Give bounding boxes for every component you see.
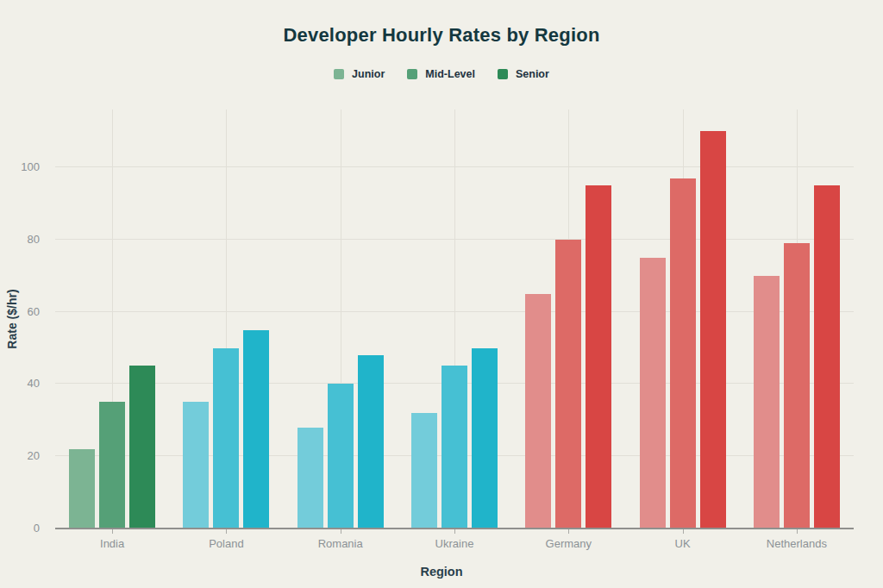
bar-junior-netherlands [754,276,780,529]
x-axis-title: Region [0,565,883,579]
bar-mid-level-germany [555,240,581,529]
bar-group-ukraine [398,348,511,529]
bar-junior-poland [183,402,209,529]
x-tick-label: UK [625,537,739,550]
plot-area [55,109,854,529]
bar-senior-romania [358,355,384,529]
bar-mid-level-india [99,402,125,529]
y-tick-label: 40 [0,376,40,391]
bar-mid-level-netherlands [784,243,810,529]
x-tick-label: Ukraine [398,537,511,550]
y-tick-label: 60 [0,304,40,320]
bar-junior-romania [297,428,323,529]
bar-senior-india [129,366,155,529]
figure: Rate ($/hr) Region 020406080100IndiaPola… [0,0,883,588]
bar-senior-ukraine [472,348,498,529]
x-tick-mark [341,529,341,534]
bar-junior-ukraine [411,413,437,529]
bar-group-netherlands [740,185,854,529]
y-tick-label: 20 [0,448,40,464]
x-tick-mark [112,529,113,534]
bar-senior-uk [700,131,726,529]
bar-junior-india [69,449,95,529]
bar-senior-poland [243,330,269,529]
bar-junior-germany [525,294,551,529]
bar-mid-level-poland [213,348,239,529]
y-tick-label: 80 [0,232,40,247]
y-tick-label: 0 [0,521,40,536]
x-tick-label: Romania [284,537,398,550]
bar-senior-netherlands [814,185,840,529]
x-tick-mark [797,529,798,534]
x-tick-mark [226,529,227,534]
x-tick-label: Germany [511,537,625,550]
bar-group-uk [625,131,739,529]
bar-group-germany [511,185,625,529]
bar-group-romania [284,355,398,529]
y-tick-label: 100 [0,160,40,175]
bar-group-poland [169,330,283,529]
bar-junior-uk [640,258,666,529]
x-tick-label: Poland [169,537,283,550]
bar-group-india [55,366,169,529]
bar-senior-germany [586,185,611,529]
chart-canvas: Developer Hourly Rates by Region JuniorM… [0,0,883,588]
x-tick-mark [568,529,569,534]
x-tick-mark [683,529,684,534]
x-tick-mark [454,529,455,534]
bar-mid-level-ukraine [442,366,467,529]
bar-mid-level-romania [328,384,354,529]
x-tick-label: Netherlands [740,537,854,550]
bar-mid-level-uk [670,178,696,529]
x-tick-label: India [55,537,169,550]
